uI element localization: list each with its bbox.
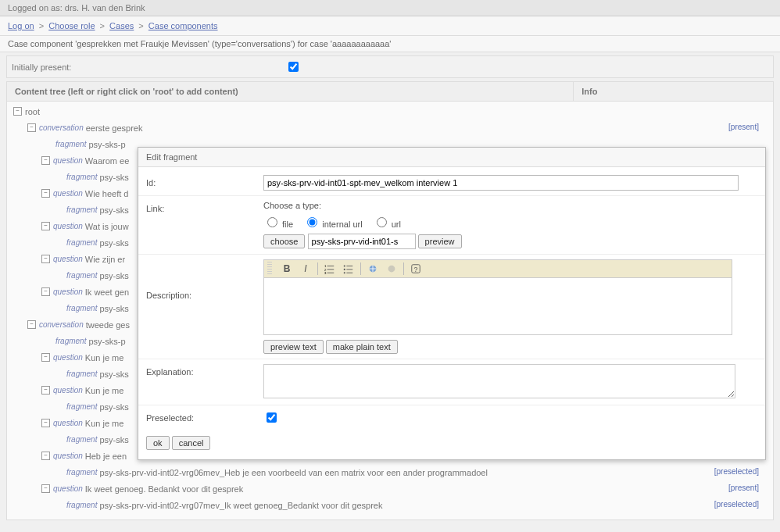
tree-node[interactable]: eerste gesprek [86,120,143,136]
collapse-icon[interactable]: − [41,189,50,198]
tree-node[interactable]: Wat is jouw [85,219,129,234]
node-type: conversation [39,120,84,136]
link-icon[interactable] [366,262,380,276]
tree-node[interactable]: Kun je me [85,383,124,398]
help-icon[interactable]: ? [409,262,423,276]
radio-internal-label[interactable]: internal url [303,220,362,229]
collapse-icon[interactable]: − [41,386,50,395]
tree-node[interactable]: psy-sks [99,235,128,251]
initially-present-row: Initially present: [6,55,774,78]
tree-node[interactable]: psy-sks [99,170,128,185]
node-type: fragment [66,235,97,251]
collapse-icon[interactable]: − [41,255,50,263]
node-type: fragment [55,137,86,152]
node-type: fragment [66,170,97,185]
bold-icon[interactable]: B [280,262,294,276]
description-editor[interactable] [263,277,732,335]
status-present: [present] [728,120,759,136]
unordered-list-icon[interactable] [342,262,356,276]
status-present: [present] [728,480,759,497]
svg-point-8 [344,269,345,270]
node-type: question [53,481,83,497]
preview-text-button[interactable]: preview text [263,340,324,354]
tree-node[interactable]: psy-sks [99,366,128,382]
italic-icon[interactable]: I [299,262,313,276]
tree-node[interactable]: Kun je me [85,350,124,366]
svg-point-10 [344,272,345,273]
description-label: Description: [146,259,263,300]
radio-file-label[interactable]: file [263,220,293,229]
collapse-icon[interactable]: − [41,287,50,296]
tree-node[interactable]: psy-sks [99,301,128,316]
node-type: question [53,416,83,431]
content-tree-header: Content tree (left or right click on 'ro… [7,82,574,101]
node-type: fragment [66,465,97,480]
tree-node[interactable]: Ik weet genoeg. Bedankt voor dit gesprek [85,481,243,497]
node-type: question [53,219,83,234]
node-type: question [53,153,83,169]
tree-node[interactable]: Ik weet gen [85,284,129,300]
link-value-input[interactable] [308,234,416,249]
radio-file[interactable] [267,217,277,227]
tree-node[interactable]: psy-sks-p [88,334,125,349]
collapse-icon[interactable]: − [13,107,22,116]
collapse-icon[interactable]: − [41,484,50,493]
collapse-icon[interactable]: − [41,222,50,230]
tree-node[interactable]: Heb je een [85,448,127,464]
svg-text:3: 3 [324,271,327,274]
tree-node[interactable]: psy-sks [99,268,128,284]
tree-node[interactable]: psy-sks-prv-vid-int02-vrg06mev_Heb je ee… [99,465,487,480]
breadcrumb-logon[interactable]: Log on [8,21,34,30]
node-type: question [53,383,83,398]
tree-node[interactable]: Wie zijn er [85,252,125,267]
preview-button[interactable]: preview [418,234,462,248]
tree-node[interactable]: Waarom ee [85,153,129,169]
node-type: question [53,448,83,464]
login-status: Logged on as: drs. H. van den Brink [0,0,780,16]
tree-node[interactable]: psy-sks [99,202,128,218]
tree-node[interactable]: psy-sks-p [88,137,125,152]
node-type: question [53,252,83,267]
radio-url[interactable] [377,217,387,227]
tree-node[interactable]: psy-sks-prv-vid-int02-vrg07mev_Ik weet g… [99,498,382,513]
status-preselected: [preselected] [714,497,759,513]
id-label: Id: [146,175,263,187]
node-type: fragment [66,301,97,316]
tree-node[interactable]: Wie heeft d [85,186,129,202]
unlink-icon[interactable] [385,262,399,276]
choose-button[interactable]: choose [263,234,305,248]
collapse-icon[interactable]: − [41,353,50,362]
tree-node[interactable]: psy-sks [99,399,128,415]
make-plain-text-button[interactable]: make plain text [326,340,398,354]
collapse-icon[interactable]: − [27,320,36,329]
preselected-label: Preselected: [146,410,263,423]
node-type: fragment [66,399,97,415]
initially-present-checkbox[interactable] [288,62,299,72]
radio-url-label[interactable]: url [373,220,401,229]
tree-node[interactable]: psy-sks [99,432,128,448]
node-type: fragment [66,432,97,448]
breadcrumb-choose-role[interactable]: Choose role [48,21,95,30]
explanation-textarea[interactable] [263,364,735,398]
collapse-icon[interactable]: − [27,123,36,132]
tree-node[interactable]: Kun je me [85,416,124,431]
cancel-button[interactable]: cancel [172,436,211,450]
preselected-checkbox[interactable] [267,412,277,423]
collapse-icon[interactable]: − [41,452,50,460]
ok-button[interactable]: ok [146,436,170,450]
breadcrumb-cases[interactable]: Cases [109,21,134,30]
radio-internal-url[interactable] [307,217,317,227]
breadcrumb-case-components[interactable]: Case components [148,21,218,30]
id-input[interactable] [263,175,739,191]
collapse-icon[interactable]: − [41,156,50,165]
tree-node[interactable]: tweede ges [86,317,130,333]
svg-point-13 [388,266,395,273]
svg-text:?: ? [413,266,417,273]
node-type: question [53,350,83,366]
ordered-list-icon[interactable]: 123 [323,262,337,276]
collapse-icon[interactable]: − [41,419,50,427]
node-type: fragment [66,498,97,513]
tree-root[interactable]: root [25,104,40,120]
main-panel-header: Content tree (left or right click on 'ro… [7,82,773,102]
toolbar-grip-icon[interactable] [267,262,272,276]
